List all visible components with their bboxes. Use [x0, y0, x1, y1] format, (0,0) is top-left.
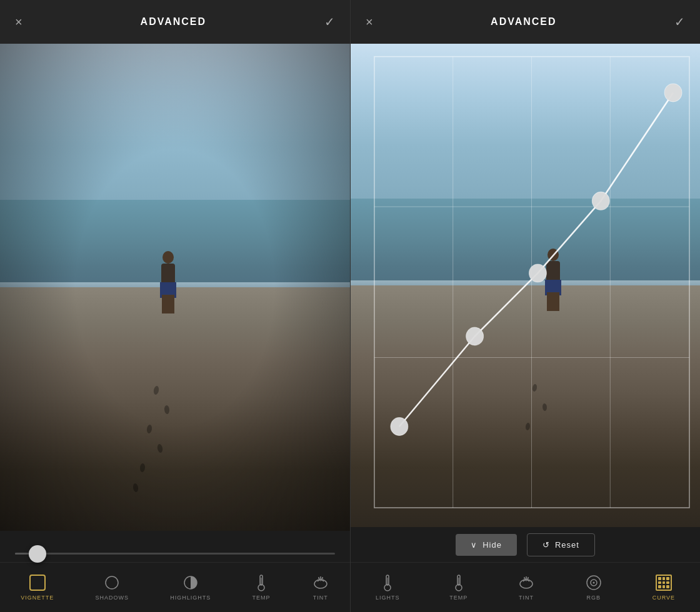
tab-label-tint-left: TINT — [313, 595, 328, 601]
tab-tint-left[interactable]: TINT — [308, 569, 333, 606]
tab-tint-right[interactable]: TINT — [514, 569, 539, 606]
grid-cell-1 — [658, 577, 661, 580]
grid-cell-5 — [662, 581, 666, 585]
vignette-frame-icon — [29, 575, 46, 591]
beach-scene-right — [351, 44, 700, 527]
hide-label: Hide — [482, 540, 502, 550]
left-confirm-button[interactable]: ✓ — [324, 14, 335, 29]
tab-label-temp-left: TEMP — [252, 595, 271, 601]
tab-temp-right[interactable]: TEMP — [446, 569, 471, 606]
person-leg-right-right — [553, 292, 559, 311]
slider-track[interactable] — [15, 553, 335, 555]
tab-curve[interactable]: CURVE — [649, 569, 679, 606]
tab-label-shadows: SHADOWS — [95, 595, 129, 601]
reset-label: Reset — [555, 540, 579, 550]
person-right — [541, 245, 566, 314]
tab-label-curve: CURVE — [652, 595, 675, 601]
hide-button[interactable]: ∨ Hide — [456, 534, 517, 556]
vignette-icon — [29, 574, 46, 591]
reset-button[interactable]: ↺ Reset — [527, 533, 595, 556]
beach-scene-left — [0, 44, 350, 531]
grid-cell-4 — [658, 581, 661, 585]
tab-vignette[interactable]: VIGNETTE — [17, 569, 58, 606]
temp-icon-right — [450, 574, 468, 591]
tab-temp-left[interactable]: TEMP — [249, 569, 274, 606]
left-title: ADVANCED — [141, 16, 206, 27]
curve-icon — [655, 574, 672, 591]
svg-rect-21 — [458, 578, 459, 585]
vignette-overlay-left — [0, 44, 350, 531]
svg-rect-4 — [261, 578, 262, 585]
tint-icon-right — [518, 574, 535, 591]
tab-label-rgb: RGB — [587, 595, 601, 601]
right-bottom-tabs: LIGHTS TEMP — [351, 562, 700, 612]
slider-container — [0, 545, 350, 562]
tab-rgb[interactable]: RGB — [581, 569, 606, 606]
lights-icon — [379, 574, 396, 591]
left-bottom-tabs: VIGNETTE SHADOWS HIGH — [0, 562, 350, 612]
grid-cell-6 — [666, 581, 669, 585]
grid-cell-8 — [662, 585, 666, 588]
temp-icon-left — [252, 574, 270, 591]
tab-label-highlights: HIGHLIGHTS — [170, 595, 211, 601]
sand-layer-right — [351, 285, 700, 527]
grid-cell-9 — [666, 585, 669, 588]
rgb-icon — [585, 574, 602, 591]
grid-cell-3 — [666, 577, 669, 580]
left-close-button[interactable]: × — [15, 15, 22, 29]
right-panel: × ADVANCED ✓ — [350, 0, 700, 612]
person-head-right — [548, 249, 559, 261]
svg-point-0 — [106, 576, 118, 589]
right-header: × ADVANCED ✓ — [351, 0, 700, 44]
right-close-button[interactable]: × — [366, 15, 373, 29]
left-controls: VIGNETTE SHADOWS HIGH — [0, 531, 350, 612]
svg-point-29 — [592, 582, 594, 584]
reset-icon: ↺ — [542, 540, 550, 550]
right-image-area — [351, 44, 700, 527]
right-confirm-button[interactable]: ✓ — [674, 14, 685, 29]
sky-layer-right — [351, 44, 700, 213]
left-panel: × ADVANCED ✓ — [0, 0, 350, 612]
chevron-down-icon: ∨ — [471, 540, 478, 550]
curve-buttons-row: ∨ Hide ↺ Reset — [351, 527, 700, 562]
grid-cell-2 — [662, 577, 666, 580]
tab-label-lights: LIGHTS — [376, 595, 400, 601]
tint-icon-left — [312, 574, 329, 591]
tab-lights[interactable]: LIGHTS — [372, 569, 404, 606]
person-leg-left-right — [547, 292, 553, 311]
shadows-icon — [103, 574, 121, 591]
slider-thumb[interactable] — [29, 545, 46, 563]
left-header: × ADVANCED ✓ — [0, 0, 350, 44]
highlights-icon — [182, 574, 199, 591]
svg-rect-18 — [388, 578, 388, 585]
grid-cell-7 — [658, 585, 661, 588]
left-image-area — [0, 44, 350, 531]
curve-grid-icon — [656, 575, 672, 591]
tab-shadows[interactable]: SHADOWS — [91, 569, 132, 606]
tab-label-vignette: VIGNETTE — [21, 595, 54, 601]
right-title: ADVANCED — [491, 16, 556, 27]
tab-label-temp-right: TEMP — [449, 595, 468, 601]
tab-label-tint-right: TINT — [519, 595, 534, 601]
tab-highlights[interactable]: HIGHLIGHTS — [166, 569, 214, 606]
